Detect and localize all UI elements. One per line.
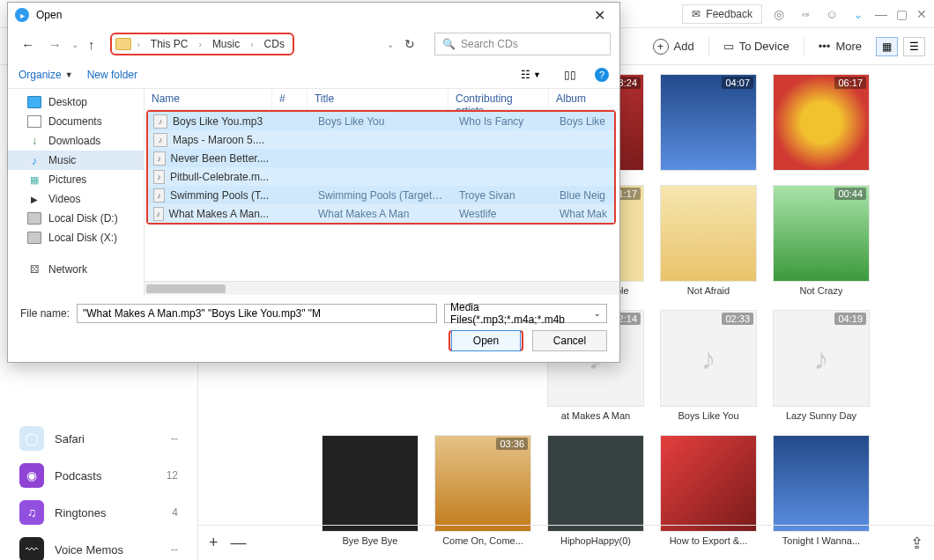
breadcrumb-highlighted[interactable]: › This PC › Music › CDs: [110, 33, 294, 55]
close-icon[interactable]: ✕: [916, 7, 927, 21]
crumb[interactable]: CDs: [260, 36, 289, 52]
tree-item-local-disk-x-[interactable]: Local Disk (X:): [8, 228, 144, 247]
col-artist[interactable]: Contributing artists: [448, 89, 549, 109]
duration-badge: 02:33: [722, 313, 753, 325]
duration-badge: 04:07: [722, 77, 753, 89]
tree-item-documents[interactable]: Documents: [8, 112, 144, 131]
album-tile[interactable]: 04:07: [660, 74, 757, 171]
to-device-button[interactable]: ▭To Device: [718, 34, 795, 59]
sync-icon[interactable]: ◎: [769, 4, 789, 24]
duration-badge: 00:44: [834, 188, 866, 200]
file-name: Never Been Better....: [171, 152, 269, 165]
tree-item-music[interactable]: Music: [8, 151, 144, 170]
minimize-icon[interactable]: —: [875, 7, 887, 21]
add-label: Add: [674, 40, 694, 53]
shirt-icon[interactable]: ⎃: [796, 4, 815, 24]
album-title: Not Crazy: [800, 285, 843, 296]
address-dropdown[interactable]: ⌄: [387, 40, 394, 49]
tree-label: Local Disk (X:): [48, 232, 117, 244]
album-cover: 04:07: [660, 74, 757, 171]
tree-item-local-disk-d-[interactable]: Local Disk (D:): [8, 209, 144, 228]
sidebar-item-ringtones[interactable]: ♫Ringtones4: [0, 494, 197, 531]
col-num[interactable]: #: [272, 89, 308, 109]
search-input[interactable]: 🔍 Search CDs: [434, 33, 611, 55]
album-tile[interactable]: Not Afraid: [660, 185, 757, 296]
crumb[interactable]: This PC: [146, 36, 193, 52]
file-row[interactable]: Never Been Better....: [148, 149, 614, 167]
list-view-button[interactable]: ☰: [903, 37, 925, 56]
album-tile[interactable]: 02:33♪Boys Like You: [660, 310, 757, 421]
album-cover: 02:33♪: [660, 310, 757, 407]
file-list: Name # Title Contributing artists Album …: [145, 89, 619, 295]
album-title: Boys Like You: [678, 410, 738, 421]
album-cover: 00:44: [773, 185, 870, 282]
duration-badge: 03:36: [496, 438, 528, 450]
nav-forward-button[interactable]: →: [44, 34, 66, 55]
view-mode-button[interactable]: ☷▼: [516, 66, 545, 84]
share-icon[interactable]: ⇪: [910, 534, 923, 553]
new-folder-button[interactable]: New folder: [87, 69, 137, 81]
tree-item-videos[interactable]: Videos: [8, 189, 144, 209]
add-button[interactable]: +Add: [648, 34, 700, 59]
feedback-label: Feedback: [706, 8, 752, 20]
album-cover: [773, 435, 870, 532]
file-name-input[interactable]: [77, 304, 437, 323]
file-row[interactable]: Boys Like You.mp3Boys Like YouWho Is Fan…: [148, 112, 614, 130]
col-name[interactable]: Name: [145, 89, 272, 109]
file-type-filter[interactable]: Media Files(*.mp3;*.m4a;*.m4b⌄: [444, 304, 607, 323]
dialog-close-button[interactable]: ✕: [587, 5, 612, 26]
sidebar-item-label: Ringtones: [55, 506, 107, 519]
nav-back-button[interactable]: ←: [17, 34, 39, 55]
open-button-highlighted[interactable]: Open: [448, 330, 523, 351]
file-row[interactable]: Maps - Maroon 5....: [148, 130, 614, 149]
dialog-titlebar: ▸ Open ✕: [8, 3, 619, 27]
preview-pane-button[interactable]: ▯▯: [560, 66, 581, 84]
docs-icon: [27, 115, 41, 128]
col-album[interactable]: Album: [549, 89, 619, 109]
nav-history-dropdown[interactable]: ⌄: [71, 40, 78, 49]
help-button[interactable]: ?: [595, 68, 609, 82]
album-tile[interactable]: 06:17: [773, 74, 870, 171]
organize-button[interactable]: Organize ▼: [19, 69, 73, 81]
tree-item-pictures[interactable]: Pictures: [8, 170, 144, 189]
grid-view-button[interactable]: ▦: [876, 37, 898, 56]
user-icon[interactable]: ☺: [822, 4, 841, 24]
album-tile[interactable]: 04:19♪Lazy Sunny Day: [773, 310, 870, 421]
tree-item-downloads[interactable]: Downloads: [8, 131, 144, 151]
horizontal-scrollbar[interactable]: [145, 281, 619, 295]
music-icon: [27, 154, 41, 166]
file-row[interactable]: Swimming Pools (T...Swimming Pools (Targ…: [148, 186, 614, 204]
app-icon: ▸: [15, 8, 29, 22]
maximize-icon[interactable]: ▢: [896, 7, 908, 21]
remove-icon[interactable]: —: [231, 534, 247, 552]
tree-label: Videos: [48, 193, 80, 205]
more-button[interactable]: •••More: [813, 34, 867, 59]
duration-badge: 04:19: [834, 313, 866, 325]
file-name: Swimming Pools (T...: [170, 189, 269, 202]
dialog-toolbar: Organize ▼ New folder ☷▼ ▯▯ ?: [8, 61, 619, 89]
album-cover: [660, 185, 757, 282]
file-name: Pitbull-Celebrate.m...: [170, 171, 269, 183]
feedback-button[interactable]: ✉ Feedback: [682, 4, 762, 24]
sidebar-item-podcasts[interactable]: ◉Podcasts12: [0, 457, 197, 494]
cancel-button[interactable]: Cancel: [532, 330, 607, 351]
sidebar-item-label: Podcasts: [55, 469, 101, 483]
tree-item-network[interactable]: Network: [8, 260, 144, 279]
file-row[interactable]: Pitbull-Celebrate.m...: [148, 167, 614, 186]
sidebar-item-safari[interactable]: ◯Safari--: [0, 420, 197, 457]
file-name: Maps - Maroon 5....: [173, 134, 264, 146]
sidebar-item-voicememos[interactable]: 〰Voice Memos--: [0, 531, 197, 560]
pics-icon: [27, 173, 41, 186]
album-cover: [660, 435, 757, 532]
add-icon[interactable]: +: [209, 534, 219, 552]
device-icon: ▭: [723, 40, 734, 53]
album-tile[interactable]: 00:44Not Crazy: [773, 185, 870, 296]
dropdown-icon[interactable]: ⌄: [849, 4, 868, 24]
refresh-button[interactable]: ↻: [399, 34, 420, 54]
crumb[interactable]: Music: [208, 36, 244, 52]
nav-up-button[interactable]: ↑: [84, 34, 100, 55]
album-title: Not Afraid: [687, 285, 730, 296]
tree-item-desktop[interactable]: Desktop: [8, 92, 144, 112]
file-row[interactable]: What Makes A Man...What Makes A ManWestl…: [148, 204, 614, 223]
col-title[interactable]: Title: [308, 89, 448, 109]
